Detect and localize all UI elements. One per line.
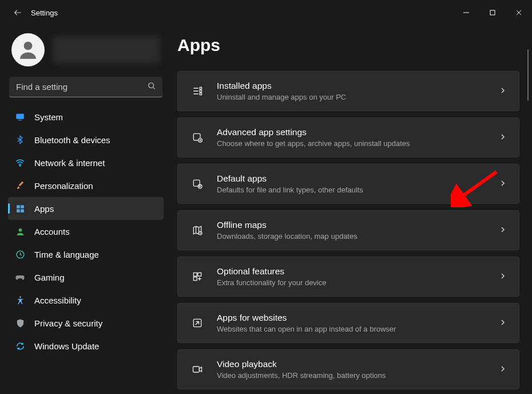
nav-item-apps[interactable]: Apps — [8, 197, 164, 220]
chevron-right-icon — [499, 271, 506, 282]
nav-label: Accounts — [34, 227, 70, 237]
card-desc: Defaults for file and link types, other … — [217, 186, 499, 194]
nav-item-bluetooth[interactable]: Bluetooth & devices — [8, 128, 164, 151]
paintbrush-icon — [15, 180, 25, 191]
content-area: Apps Installed apps Uninstall and manage… — [172, 25, 532, 394]
card-title: Installed apps — [217, 81, 499, 91]
sidebar: System Bluetooth & devices Network & int… — [0, 25, 172, 394]
chevron-right-icon — [499, 364, 506, 375]
nav-item-windows-update[interactable]: Windows Update — [8, 334, 164, 357]
person-icon — [15, 226, 25, 237]
minimize-button[interactable] — [453, 4, 479, 21]
nav-item-accessibility[interactable]: Accessibility — [8, 289, 164, 312]
svg-rect-22 — [198, 273, 201, 276]
close-button[interactable] — [506, 4, 532, 21]
chevron-right-icon — [499, 86, 506, 96]
default-apps-icon — [190, 177, 204, 191]
nav-item-time-language[interactable]: Time & language — [8, 243, 164, 266]
gamepad-icon — [15, 272, 25, 282]
card-title: Video playback — [217, 359, 499, 369]
svg-rect-23 — [193, 277, 197, 281]
card-advanced-app-settings[interactable]: Advanced app settings Choose where to ge… — [177, 117, 519, 157]
chevron-right-icon — [499, 225, 506, 235]
card-desc: Downloads, storage location, map updates — [217, 232, 499, 241]
search-input[interactable] — [9, 77, 162, 97]
apps-icon — [15, 203, 25, 214]
svg-rect-0 — [490, 10, 495, 15]
nav-label: System — [34, 112, 63, 122]
card-apps-for-websites[interactable]: Apps for websites Websites that can open… — [177, 303, 519, 343]
svg-rect-8 — [17, 209, 20, 212]
card-optional-features[interactable]: Optional features Extra functionality fo… — [177, 257, 519, 297]
card-default-apps[interactable]: Default apps Defaults for file and link … — [177, 164, 519, 204]
scrollbar[interactable] — [527, 49, 529, 101]
svg-rect-7 — [21, 205, 24, 208]
card-desc: Extra functionality for your device — [217, 278, 499, 287]
card-desc: Uninstall and manage apps on your PC — [217, 93, 499, 101]
nav-label: Personalization — [34, 181, 93, 191]
back-button[interactable] — [11, 6, 24, 19]
card-title: Offline maps — [217, 220, 499, 230]
svg-rect-9 — [21, 209, 24, 212]
nav-item-personalization[interactable]: Personalization — [8, 174, 164, 197]
wifi-icon — [15, 157, 25, 168]
card-desc: Choose where to get apps, archive apps, … — [217, 139, 499, 148]
svg-point-5 — [19, 165, 21, 166]
svg-point-2 — [149, 83, 154, 88]
nav-label: Apps — [34, 204, 54, 214]
search-wrapper — [9, 77, 162, 97]
card-title: Apps for websites — [217, 313, 499, 323]
card-installed-apps[interactable]: Installed apps Uninstall and manage apps… — [177, 71, 519, 111]
advanced-settings-icon — [190, 131, 204, 144]
svg-point-10 — [18, 228, 22, 231]
svg-point-1 — [24, 42, 33, 50]
svg-rect-6 — [17, 205, 20, 208]
card-title: Optional features — [217, 266, 499, 277]
svg-rect-13 — [200, 87, 201, 89]
search-icon[interactable] — [148, 82, 156, 92]
card-desc: Video adjustments, HDR streaming, batter… — [217, 371, 499, 380]
svg-rect-15 — [200, 93, 201, 94]
features-icon — [190, 270, 204, 283]
window-controls — [453, 4, 532, 21]
nav-item-system[interactable]: System — [8, 105, 164, 128]
chevron-right-icon — [499, 318, 506, 328]
profile-section[interactable] — [8, 31, 164, 73]
svg-rect-25 — [193, 367, 200, 372]
window-title: Settings — [31, 9, 58, 17]
clock-icon — [15, 249, 25, 259]
nav-label: Gaming — [34, 273, 65, 282]
update-icon — [15, 341, 25, 351]
svg-rect-14 — [200, 90, 201, 92]
chevron-right-icon — [499, 132, 506, 143]
maps-icon — [190, 223, 204, 237]
chevron-right-icon — [499, 179, 506, 189]
card-offline-maps[interactable]: Offline maps Downloads, storage location… — [177, 210, 519, 250]
card-video-playback[interactable]: Video playback Video adjustments, HDR st… — [177, 349, 519, 389]
nav-item-network[interactable]: Network & internet — [8, 151, 164, 174]
shield-icon — [15, 318, 25, 328]
nav-label: Accessibility — [34, 296, 81, 305]
page-title: Apps — [177, 36, 519, 55]
nav-item-gaming[interactable]: Gaming — [8, 266, 164, 289]
titlebar: Settings — [0, 0, 532, 25]
nav-label: Time & language — [34, 250, 99, 259]
bluetooth-icon — [15, 135, 25, 145]
maximize-button[interactable] — [479, 4, 506, 21]
nav-label: Windows Update — [34, 341, 99, 351]
nav-item-accounts[interactable]: Accounts — [8, 220, 164, 243]
svg-rect-21 — [193, 273, 197, 276]
installed-apps-icon — [190, 84, 204, 98]
card-desc: Websites that can open in an app instead… — [217, 325, 499, 333]
profile-info-redacted — [53, 36, 160, 64]
card-title: Advanced app settings — [217, 127, 499, 137]
avatar — [11, 33, 45, 66]
nav-label: Privacy & security — [34, 318, 102, 328]
svg-rect-4 — [18, 120, 22, 120]
nav-label: Network & internet — [34, 158, 105, 168]
svg-point-12 — [19, 296, 21, 298]
accessibility-icon — [15, 295, 25, 305]
nav-list: System Bluetooth & devices Network & int… — [8, 105, 164, 357]
nav-item-privacy[interactable]: Privacy & security — [8, 312, 164, 334]
websites-icon — [190, 316, 204, 330]
